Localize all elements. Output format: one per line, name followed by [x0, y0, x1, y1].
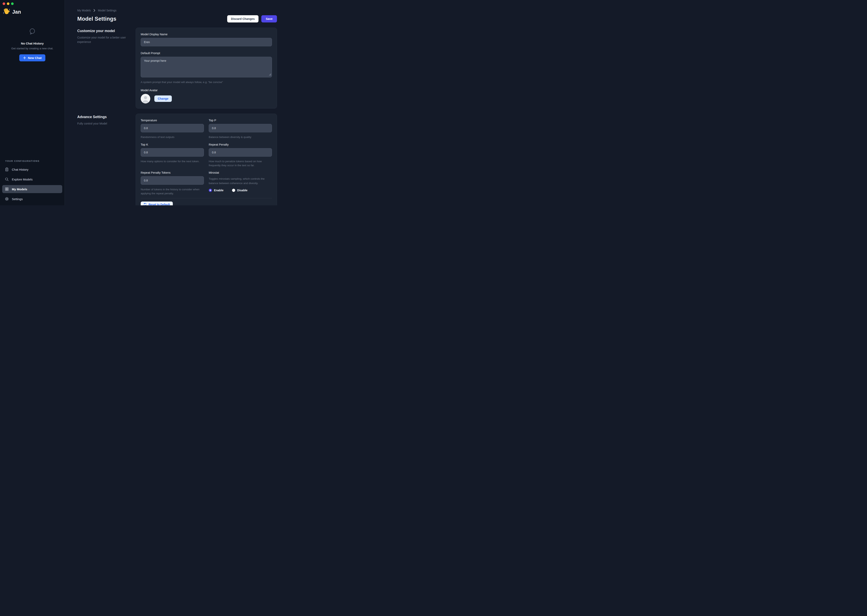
top-k-field: Top K How many options to consider for t…: [141, 143, 204, 168]
header-actions: Discard Changes Save: [227, 15, 277, 22]
repeat-penalty-tokens-input[interactable]: [141, 176, 204, 185]
display-name-label: Model Display Name: [141, 33, 272, 36]
advance-subheading: Fully control your Model: [77, 121, 128, 126]
repeat-penalty-field: Repeat Penalty How much to penalize toke…: [209, 143, 272, 168]
reset-to-default-button[interactable]: Reset to Default: [141, 201, 173, 206]
advance-section: Advance Settings Fully control your Mode…: [77, 114, 277, 205]
sidebar-item-label: My Models: [12, 187, 27, 191]
repeat-penalty-helper: How much to penalize tokens based on how…: [209, 159, 272, 168]
new-chat-button[interactable]: New Chat: [19, 54, 45, 61]
sidebar-item-my-models[interactable]: My Models: [2, 185, 62, 193]
customize-card: Model Display Name Default Prompt Your p…: [136, 28, 277, 108]
sidebar-item-label: Chat History: [12, 168, 28, 171]
card-divider: [141, 198, 272, 198]
enable-label: Enable: [214, 189, 224, 192]
mirostat-disable-radio[interactable]: Disable: [232, 189, 247, 192]
grid-icon: [5, 187, 9, 191]
top-k-input[interactable]: [141, 148, 204, 157]
window-controls: [3, 2, 14, 5]
customize-heading: Customize your model: [77, 29, 136, 33]
repeat-penalty-tokens-helper: Number of tokens in the history to consi…: [141, 187, 204, 196]
disable-label: Disable: [237, 189, 247, 192]
radio-unselected-icon: [232, 189, 235, 192]
page-title: Model Settings: [77, 16, 117, 22]
chat-bubble-icon: [28, 28, 36, 36]
model-avatar-label: Model Avatar: [141, 89, 272, 92]
close-window-button[interactable]: [3, 2, 5, 5]
breadcrumb-model-settings: Model Settings: [98, 9, 117, 12]
top-p-helper: Balance between diversity & quality: [209, 135, 272, 139]
refresh-icon: [143, 203, 147, 206]
save-button[interactable]: Save: [261, 15, 277, 22]
top-p-input[interactable]: [209, 124, 272, 132]
top-p-field: Top P Balance between diversity & qualit…: [209, 119, 272, 139]
top-k-label: Top K: [141, 143, 204, 146]
default-prompt-helper: A system prompt that your model will alw…: [141, 80, 272, 84]
default-prompt-textarea[interactable]: Your prompt here: [141, 57, 272, 77]
top-p-label: Top P: [209, 119, 272, 122]
display-name-input[interactable]: [141, 38, 272, 46]
configurations-section-label: YOUR CONFIGURATIONS: [2, 160, 62, 162]
customize-subheading: Customize your model for a better user e…: [77, 36, 128, 44]
temperature-input[interactable]: [141, 124, 204, 132]
repeat-penalty-input[interactable]: [209, 148, 272, 157]
sidebar: Jan No Chat History Get started by creat…: [0, 0, 65, 205]
search-icon: [5, 177, 9, 181]
main-content: My Models Model Settings Model Settings …: [65, 0, 289, 205]
repeat-penalty-label: Repeat Penalty: [209, 143, 272, 146]
default-prompt-label: Default Prompt: [141, 52, 272, 55]
reset-label: Reset to Default: [148, 203, 170, 206]
repeat-penalty-tokens-field: Repeat Penalty Tokens Number of tokens i…: [141, 171, 204, 196]
gear-icon: [5, 197, 9, 201]
advance-card: Temperature Randomness of text outputs T…: [136, 114, 277, 205]
mirostat-radio-group: Enable Disable: [209, 189, 272, 192]
mirostat-description: Toggles mirostats sampling, which contro…: [209, 177, 272, 185]
clipboard-icon: [5, 167, 9, 171]
discard-changes-button[interactable]: Discard Changes: [227, 15, 259, 22]
mirostat-enable-radio[interactable]: Enable: [209, 189, 224, 192]
sidebar-item-settings[interactable]: Settings: [2, 195, 62, 203]
app-name: Jan: [12, 9, 21, 15]
repeat-penalty-tokens-label: Repeat Penalty Tokens: [141, 171, 204, 174]
mirostat-label: Mirostat: [209, 171, 272, 174]
zoom-window-button[interactable]: [11, 2, 14, 5]
app-logo: Jan: [3, 8, 21, 16]
mirostat-field: Mirostat Toggles mirostats sampling, whi…: [209, 171, 272, 196]
empty-state-title: No Chat History: [0, 42, 65, 45]
avatar: [141, 94, 150, 104]
sidebar-item-label: Explore Models: [12, 178, 33, 181]
sidebar-item-explore-models[interactable]: Explore Models: [2, 175, 62, 183]
sidebar-item-chat-history[interactable]: Chat History: [2, 165, 62, 173]
sidebar-navigation: YOUR CONFIGURATIONS Chat History: [2, 160, 62, 203]
new-chat-label: New Chat: [28, 56, 41, 60]
customize-section: Customize your model Customize your mode…: [77, 28, 277, 108]
change-avatar-button[interactable]: Change: [154, 96, 172, 102]
sidebar-item-label: Settings: [12, 197, 23, 201]
radio-selected-icon: [209, 189, 212, 192]
waving-hand-icon: [3, 8, 10, 16]
chevron-right-icon: [93, 9, 95, 12]
temperature-helper: Randomness of text outputs: [141, 135, 204, 139]
minimize-window-button[interactable]: [7, 2, 9, 5]
chat-empty-state: No Chat History Get started by creating …: [0, 28, 65, 61]
breadcrumb: My Models Model Settings: [77, 9, 277, 12]
temperature-field: Temperature Randomness of text outputs: [141, 119, 204, 139]
breadcrumb-my-models[interactable]: My Models: [77, 9, 91, 12]
plus-icon: [23, 57, 26, 59]
empty-state-subtitle: Get started by creating a new chat.: [0, 47, 65, 50]
temperature-label: Temperature: [141, 119, 204, 122]
jan-app-window: Jan No Chat History Get started by creat…: [0, 0, 289, 205]
advance-heading: Advance Settings: [77, 115, 136, 119]
top-k-helper: How many options to consider for the nex…: [141, 159, 204, 163]
